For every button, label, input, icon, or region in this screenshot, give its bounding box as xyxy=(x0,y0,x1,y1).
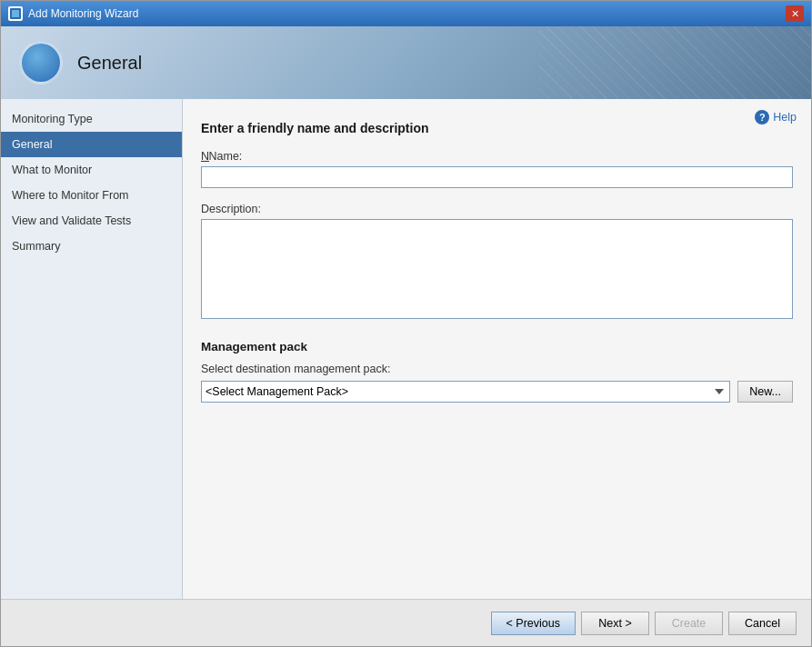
description-input[interactable] xyxy=(201,219,793,319)
help-link[interactable]: ? Help xyxy=(755,110,797,124)
header-banner: General xyxy=(1,26,811,99)
app-icon xyxy=(8,6,23,21)
sidebar-item-monitoring-type[interactable]: Monitoring Type xyxy=(1,106,182,132)
management-pack-select[interactable]: <Select Management Pack> xyxy=(201,381,730,403)
create-button[interactable]: Create xyxy=(655,612,723,635)
close-button[interactable]: ✕ xyxy=(786,5,804,22)
footer: < Previous Next > Create Cancel xyxy=(1,599,811,646)
description-label: Description: xyxy=(201,203,793,215)
description-wrapper xyxy=(201,219,793,322)
sidebar-item-what-to-monitor[interactable]: What to Monitor xyxy=(1,157,182,183)
management-pack-section: Management pack Select destination manag… xyxy=(201,340,793,403)
new-button[interactable]: New... xyxy=(737,381,793,403)
sidebar-item-general[interactable]: General xyxy=(1,132,182,157)
header-icon xyxy=(19,41,63,85)
window-title: Add Monitoring Wizard xyxy=(28,7,138,20)
name-label-text: N xyxy=(201,150,209,163)
main-area: Monitoring Type General What to Monitor … xyxy=(1,99,811,599)
name-field-group: NName: xyxy=(201,150,793,188)
name-label: NName: xyxy=(201,150,793,163)
svg-rect-1 xyxy=(12,10,19,17)
name-input[interactable] xyxy=(201,166,793,188)
sidebar-item-where-to-monitor-from[interactable]: Where to Monitor From xyxy=(1,183,182,208)
select-label: Select destination management pack: xyxy=(201,363,793,375)
wizard-window: Add Monitoring Wizard ✕ General Monitori… xyxy=(0,0,812,647)
management-pack-title: Management pack xyxy=(201,340,793,353)
next-button[interactable]: Next > xyxy=(581,612,649,635)
section-title: Enter a friendly name and description xyxy=(201,121,793,135)
previous-button[interactable]: < Previous xyxy=(491,612,576,635)
title-bar: Add Monitoring Wizard ✕ xyxy=(1,1,811,26)
help-label: Help xyxy=(773,111,797,124)
help-icon: ? xyxy=(755,110,769,124)
mgmt-pack-row: <Select Management Pack> New... xyxy=(201,381,793,403)
header-title: General xyxy=(77,53,142,74)
content-area: ? Help Enter a friendly name and descrip… xyxy=(183,99,811,599)
description-field-group: Description: xyxy=(201,203,793,322)
title-bar-left: Add Monitoring Wizard xyxy=(8,6,138,21)
cancel-button[interactable]: Cancel xyxy=(728,612,797,635)
sidebar: Monitoring Type General What to Monitor … xyxy=(1,99,183,599)
sidebar-item-summary[interactable]: Summary xyxy=(1,234,182,259)
sidebar-item-view-and-validate-tests[interactable]: View and Validate Tests xyxy=(1,208,182,234)
